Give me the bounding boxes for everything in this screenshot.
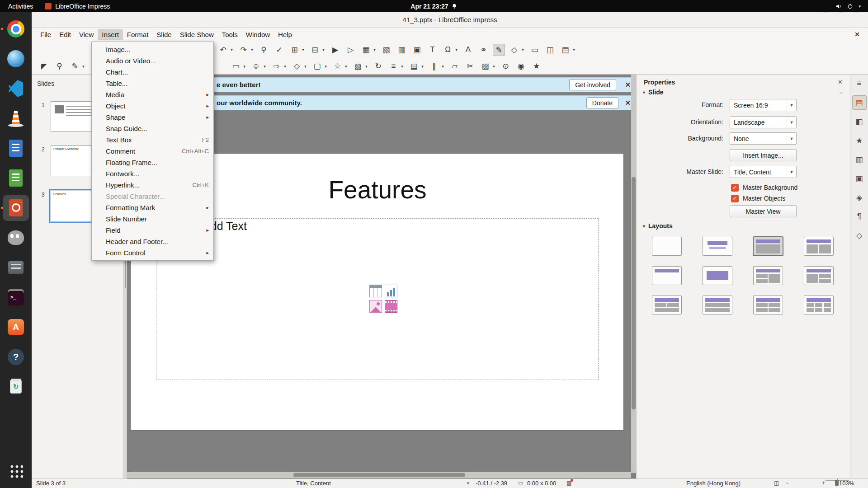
dock-item-terminal[interactable] <box>3 284 29 310</box>
slide-layout-icon[interactable]: ▤ <box>559 44 571 56</box>
donate-button[interactable]: Donate <box>586 97 618 108</box>
dropdown-arrow-icon[interactable]: ▾ <box>321 47 326 52</box>
layout-title-only[interactable] <box>652 266 682 285</box>
horizontal-scrollbar[interactable] <box>127 472 631 478</box>
zoom-slider-thumb[interactable] <box>835 480 839 486</box>
insert-media-placeholder-icon[interactable] <box>385 300 397 313</box>
snap-guides-icon[interactable]: ⊟ <box>309 44 321 56</box>
dropdown-arrow-icon[interactable]: ▾ <box>400 64 405 69</box>
dock-item-file-manager[interactable] <box>3 254 29 281</box>
zoom-fit-icon[interactable]: ◫ <box>774 480 779 486</box>
dock-item-libreoffice-impress[interactable] <box>3 195 29 221</box>
dock-item-google-chrome[interactable] <box>3 16 29 42</box>
rotate-icon[interactable]: ↻ <box>372 60 384 72</box>
system-status-menu[interactable]: ▾ <box>835 3 868 9</box>
insert-special-character-item[interactable]: Special Character... ▸ <box>92 191 213 202</box>
dropdown-arrow-icon[interactable]: ▾ <box>454 47 459 52</box>
rectangle-shapes-icon[interactable]: ▭ <box>230 60 242 72</box>
tab-navigator[interactable]: ◈ <box>852 190 867 205</box>
master-view-button[interactable]: Master View <box>730 205 797 217</box>
menu-window[interactable]: Window <box>242 29 274 40</box>
dock-item-libreoffice-writer[interactable] <box>3 135 29 161</box>
tab-styles[interactable]: ¶ <box>852 209 867 224</box>
dropdown-arrow-icon[interactable]: ▾ <box>323 64 328 69</box>
slide-info[interactable]: Slide 3 of 3 <box>36 480 66 487</box>
format-dropdown[interactable]: Screen 16:9 ▼ <box>730 99 797 111</box>
close-sidebar-deck-icon[interactable]: ✕ <box>838 79 843 85</box>
close-icon[interactable]: ✕ <box>625 99 631 107</box>
show-draw-functions-icon[interactable]: ✎ <box>493 44 505 56</box>
flowchart-shapes-icon[interactable]: ◇ <box>291 60 303 72</box>
insert-image-item[interactable]: Image... ▸ <box>92 44 213 55</box>
layout-content-2content[interactable] <box>804 266 834 285</box>
redo-icon[interactable]: ↷ <box>237 44 250 56</box>
layout-2content-over-content[interactable] <box>652 296 682 314</box>
distribute-icon[interactable]: ∥ <box>428 60 440 72</box>
slide-section-header[interactable]: ▾ Slide <box>643 89 664 96</box>
arrange-objects-icon[interactable]: ▤ <box>408 60 420 72</box>
document-modified-icon[interactable]: ▤ <box>566 480 571 486</box>
insert-audio-video-item[interactable]: Audio or Video... ▸ <box>92 55 213 66</box>
layout-title-2content[interactable] <box>804 237 834 256</box>
dropdown-arrow-icon[interactable]: ▾ <box>420 64 425 69</box>
tab-gallery[interactable]: ▣ <box>852 171 867 186</box>
insert-shape-item[interactable]: Shape ▸ <box>92 112 213 123</box>
dock-item-vscode[interactable] <box>3 75 29 102</box>
start-from-first-slide-icon[interactable]: ▶ <box>329 44 341 56</box>
new-slide-icon[interactable]: ▭ <box>528 44 541 56</box>
callout-shapes-icon[interactable]: ▢ <box>311 60 323 72</box>
cursor-position[interactable]: -0.41 / -2.39 <box>476 480 507 487</box>
fontwork-icon[interactable]: A <box>462 44 474 56</box>
zoom-out-icon[interactable]: − <box>786 480 789 486</box>
spelling-icon[interactable]: ✓ <box>273 44 285 56</box>
tab-master-slides[interactable]: ▥ <box>852 152 867 167</box>
align-objects-icon[interactable]: ≡ <box>387 60 400 72</box>
dock-item-app-grid[interactable] <box>3 457 29 483</box>
zoom-in-icon[interactable]: + <box>822 480 825 486</box>
insert-chart-placeholder-icon[interactable] <box>385 285 397 297</box>
layout-centered-text[interactable] <box>703 266 732 285</box>
clock-menu[interactable]: Apr 21 23:27 <box>410 3 457 10</box>
menu-tools[interactable]: Tools <box>218 29 242 40</box>
dock-item-ubuntu-software[interactable] <box>3 314 29 340</box>
crop-image-icon[interactable]: ✂ <box>464 60 476 72</box>
selection-size[interactable]: 0.00 x 0.00 <box>527 480 556 487</box>
block-arrows-icon[interactable]: ⇨ <box>270 60 283 72</box>
dropdown-arrow-icon[interactable]: ▾ <box>440 64 445 69</box>
insert-field-item[interactable]: Field ▸ <box>92 225 213 236</box>
3d-objects-icon[interactable]: ▧ <box>352 60 364 72</box>
slide-section-menu-icon[interactable]: ≡ <box>839 89 843 95</box>
window-title-bar[interactable]: 41_3.pptx - LibreOffice Impress <box>32 12 868 28</box>
dropdown-arrow-icon[interactable]: ▾ <box>229 47 234 52</box>
insert-form-control-item[interactable]: Form Control ▸ <box>92 247 213 258</box>
insert-object-icon[interactable]: ▣ <box>411 44 423 56</box>
dropdown-arrow-icon[interactable]: ▾ <box>283 64 288 69</box>
insert-object-item[interactable]: Object ▸ <box>92 100 213 112</box>
insert-table-item[interactable]: Table... ▸ <box>92 78 213 89</box>
zoom-level[interactable]: 103% <box>839 480 854 487</box>
insert-fontwork-item[interactable]: Fontwork... ▸ <box>92 168 213 179</box>
master-background-row[interactable]: ✓ Master Background <box>731 183 797 192</box>
master-objects-row[interactable]: ✓ Master Objects <box>731 194 785 203</box>
master-slide-dropdown[interactable]: Title, Content ▼ <box>730 166 797 178</box>
dropdown-arrow-icon[interactable]: ▾ <box>303 64 308 69</box>
insert-chart-item[interactable]: Chart... ▸ <box>92 66 213 78</box>
layout-status[interactable]: Title, Content <box>296 480 331 487</box>
insert-text-box-icon[interactable]: T <box>426 44 439 56</box>
layout-4content[interactable] <box>753 296 783 314</box>
dropdown-arrow-icon[interactable]: ▾ <box>491 64 496 69</box>
sidebar-settings-icon[interactable]: ≡ <box>852 76 867 91</box>
close-document-icon[interactable]: ✕ <box>854 31 860 38</box>
horizontal-scroll-thumb[interactable] <box>293 473 465 477</box>
layouts-section-header[interactable]: ▾ Layouts <box>643 222 673 230</box>
image-filter-icon[interactable]: ▨ <box>479 60 491 72</box>
layout-blank[interactable] <box>652 237 682 256</box>
insert-image-icon[interactable]: ▧ <box>380 44 392 56</box>
insert-hyperlink-item[interactable]: Hyperlink... Ctrl+K ▸ <box>92 179 213 191</box>
zoom-pan-icon[interactable]: ⚲ <box>53 60 66 72</box>
background-dropdown[interactable]: None ▼ <box>730 132 797 145</box>
menu-slide-show[interactable]: Slide Show <box>176 29 218 40</box>
tab-animation[interactable]: ★ <box>852 133 867 148</box>
find-replace-icon[interactable]: ⚲ <box>258 44 270 56</box>
insert-image-button[interactable]: Insert Image... <box>730 149 797 161</box>
